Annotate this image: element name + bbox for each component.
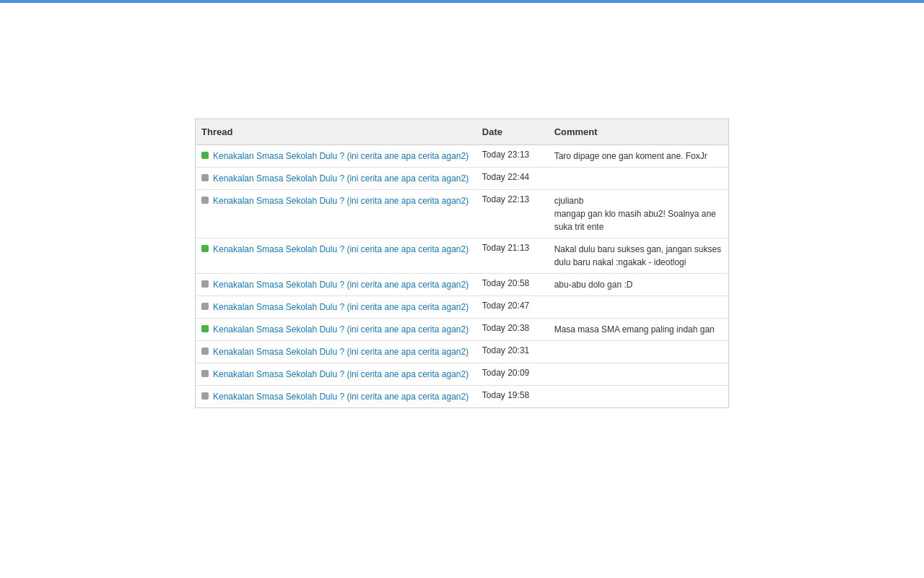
comment-cell: Nakal dulu baru sukses gan, jangan sukse… — [549, 238, 728, 274]
thread-link[interactable]: Kenakalan Smasa Sekolah Dulu ? (ini ceri… — [213, 368, 468, 381]
date-cell: Today 22:44 — [476, 168, 549, 190]
status-dot — [201, 303, 209, 310]
comment-cell — [549, 168, 728, 190]
page-wrapper: Thread Date Comment Kenakalan Smasa Seko… — [0, 3, 924, 437]
date-text: Today 20:31 — [482, 345, 529, 355]
status-dot — [201, 280, 209, 288]
thread-cell-1: Kenakalan Smasa Sekolah Dulu ? (ini ceri… — [196, 145, 476, 168]
comment-text: abu-abu dolo gan :D — [554, 280, 633, 290]
status-dot — [201, 152, 209, 159]
date-text: Today 20:47 — [482, 301, 529, 311]
comment-cell — [549, 296, 728, 319]
thread-link[interactable]: Kenakalan Smasa Sekolah Dulu ? (ini ceri… — [213, 301, 468, 314]
comment-cell — [549, 386, 728, 408]
thread-cell-4: Kenakalan Smasa Sekolah Dulu ? (ini ceri… — [196, 238, 476, 274]
date-cell: Today 20:47 — [476, 296, 549, 319]
thread-link[interactable]: Kenakalan Smasa Sekolah Dulu ? (ini ceri… — [213, 243, 468, 256]
date-cell: Today 20:38 — [476, 319, 549, 341]
date-text: Today 19:58 — [482, 390, 529, 400]
table-row: Kenakalan Smasa Sekolah Dulu ? (ini ceri… — [196, 296, 728, 319]
comment-cell — [549, 341, 728, 363]
comment-cell: abu-abu dolo gan :D — [549, 274, 728, 296]
comment-cell: Taro dipage one gan koment ane. FoxJr — [549, 145, 728, 168]
table-header-row: Thread Date Comment — [196, 119, 728, 145]
status-dot — [201, 245, 209, 252]
date-cell: Today 20:09 — [476, 363, 549, 386]
date-cell: Today 20:31 — [476, 341, 549, 363]
status-dot — [201, 348, 209, 355]
thread-link[interactable]: Kenakalan Smasa Sekolah Dulu ? (ini ceri… — [213, 172, 468, 185]
date-text: Today 22:44 — [482, 172, 529, 182]
status-dot — [201, 370, 209, 377]
thread-cell-10: Kenakalan Smasa Sekolah Dulu ? (ini ceri… — [196, 386, 476, 408]
date-cell: Today 19:58 — [476, 386, 549, 408]
date-cell: Today 23:13 — [476, 145, 549, 168]
status-dot — [201, 392, 209, 400]
thread-cell-9: Kenakalan Smasa Sekolah Dulu ? (ini ceri… — [196, 363, 476, 386]
status-dot — [201, 197, 209, 204]
table-row: Kenakalan Smasa Sekolah Dulu ? (ini ceri… — [196, 386, 728, 408]
thread-cell-2: Kenakalan Smasa Sekolah Dulu ? (ini ceri… — [196, 168, 476, 190]
table-row: Kenakalan Smasa Sekolah Dulu ? (ini ceri… — [196, 274, 728, 296]
status-dot — [201, 325, 209, 332]
date-text: Today 20:38 — [482, 323, 529, 333]
header-thread: Thread — [196, 119, 476, 145]
comment-cell: Masa masa SMA emang paling indah gan — [549, 319, 728, 341]
thread-cell-6: Kenakalan Smasa Sekolah Dulu ? (ini ceri… — [196, 296, 476, 319]
comment-text: cjulianb mangap gan klo masih abu2! Soal… — [554, 196, 716, 232]
comment-cell — [549, 363, 728, 386]
thread-cell-3: Kenakalan Smasa Sekolah Dulu ? (ini ceri… — [196, 190, 476, 238]
date-text: Today 21:13 — [482, 243, 529, 253]
table-container: Thread Date Comment Kenakalan Smasa Seko… — [195, 118, 729, 408]
table-row: Kenakalan Smasa Sekolah Dulu ? (ini ceri… — [196, 341, 728, 363]
header-date: Date — [476, 119, 549, 145]
comment-cell: cjulianb mangap gan klo masih abu2! Soal… — [549, 190, 728, 238]
table-row: Kenakalan Smasa Sekolah Dulu ? (ini ceri… — [196, 190, 728, 238]
table-row: Kenakalan Smasa Sekolah Dulu ? (ini ceri… — [196, 363, 728, 386]
comment-text: Nakal dulu baru sukses gan, jangan sukse… — [554, 244, 721, 267]
status-dot — [201, 174, 209, 181]
date-cell: Today 22:13 — [476, 190, 549, 238]
date-cell: Today 20:58 — [476, 274, 549, 296]
threads-table: Thread Date Comment Kenakalan Smasa Seko… — [196, 119, 728, 407]
table-row: Kenakalan Smasa Sekolah Dulu ? (ini ceri… — [196, 238, 728, 274]
table-row: Kenakalan Smasa Sekolah Dulu ? (ini ceri… — [196, 319, 728, 341]
comment-text: Taro dipage one gan koment ane. FoxJr — [554, 151, 707, 161]
thread-cell-7: Kenakalan Smasa Sekolah Dulu ? (ini ceri… — [196, 319, 476, 341]
date-cell: Today 21:13 — [476, 238, 549, 274]
thread-link[interactable]: Kenakalan Smasa Sekolah Dulu ? (ini ceri… — [213, 194, 468, 207]
table-body: Kenakalan Smasa Sekolah Dulu ? (ini ceri… — [196, 145, 728, 408]
thread-link[interactable]: Kenakalan Smasa Sekolah Dulu ? (ini ceri… — [213, 345, 468, 358]
thread-cell-5: Kenakalan Smasa Sekolah Dulu ? (ini ceri… — [196, 274, 476, 296]
thread-link[interactable]: Kenakalan Smasa Sekolah Dulu ? (ini ceri… — [213, 323, 468, 336]
thread-link[interactable]: Kenakalan Smasa Sekolah Dulu ? (ini ceri… — [213, 278, 468, 291]
date-text: Today 22:13 — [482, 194, 529, 204]
thread-link[interactable]: Kenakalan Smasa Sekolah Dulu ? (ini ceri… — [213, 390, 468, 403]
table-row: Kenakalan Smasa Sekolah Dulu ? (ini ceri… — [196, 145, 728, 168]
thread-link[interactable]: Kenakalan Smasa Sekolah Dulu ? (ini ceri… — [213, 150, 468, 163]
date-text: Today 23:13 — [482, 150, 529, 160]
thread-cell-8: Kenakalan Smasa Sekolah Dulu ? (ini ceri… — [196, 341, 476, 363]
comment-text: Masa masa SMA emang paling indah gan — [554, 324, 715, 335]
date-text: Today 20:09 — [482, 368, 529, 378]
header-comment: Comment — [549, 119, 728, 145]
table-row: Kenakalan Smasa Sekolah Dulu ? (ini ceri… — [196, 168, 728, 190]
date-text: Today 20:58 — [482, 278, 529, 288]
